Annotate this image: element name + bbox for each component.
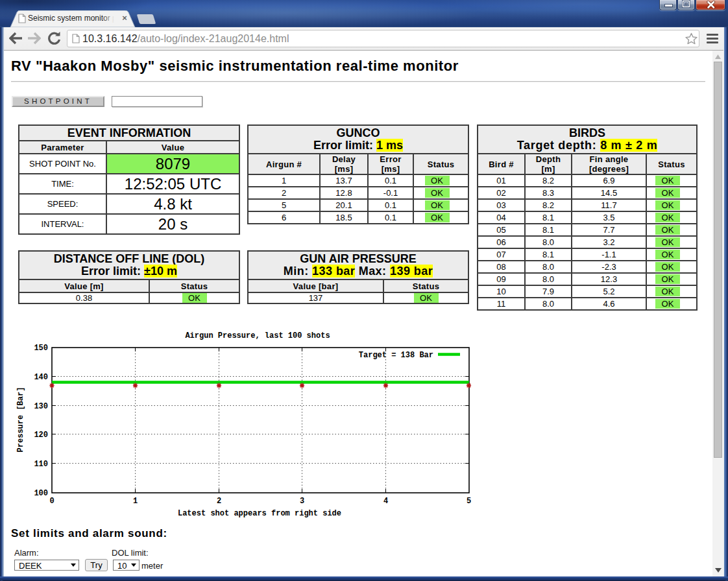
svg-text:Airgun Pressure, last 100 shot: Airgun Pressure, last 100 shots xyxy=(185,331,330,340)
svg-text:110: 110 xyxy=(34,460,48,469)
svg-text:1: 1 xyxy=(133,497,138,506)
svg-text:130: 130 xyxy=(34,402,48,411)
svg-text:Latest shot appears from right: Latest shot appears from right side xyxy=(178,509,341,518)
svg-text:140: 140 xyxy=(34,373,48,382)
svg-text:150: 150 xyxy=(34,344,48,353)
svg-text:3: 3 xyxy=(300,497,304,506)
svg-text:100: 100 xyxy=(34,489,48,498)
svg-text:Target = 138 Bar: Target = 138 Bar xyxy=(359,351,433,360)
svg-text:120: 120 xyxy=(34,431,48,440)
svg-text:2: 2 xyxy=(217,497,221,506)
svg-text:Pressure [Bar]: Pressure [Bar] xyxy=(16,387,25,453)
svg-text:4: 4 xyxy=(383,497,388,506)
svg-text:0: 0 xyxy=(49,497,54,506)
svg-text:5: 5 xyxy=(467,497,471,506)
